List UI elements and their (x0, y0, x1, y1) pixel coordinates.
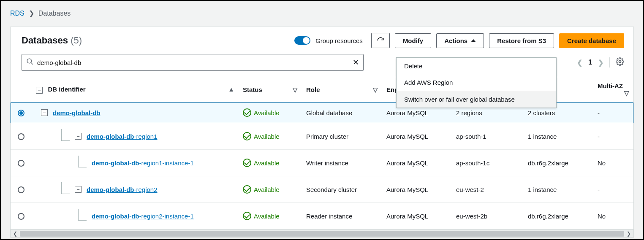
select-radio[interactable] (18, 133, 24, 140)
cell-engine: Aurora MySQL (382, 203, 452, 229)
col-db-identifier[interactable]: − DB identifier ▲ (32, 77, 239, 102)
col-multiaz[interactable]: Multi-AZ ▽ (593, 77, 633, 102)
cell-multiaz: - (593, 102, 633, 123)
next-page-icon[interactable]: ❯ (598, 59, 603, 67)
check-circle-icon (243, 108, 251, 117)
actions-dropdown: Delete Add AWS Region Switch over or fai… (396, 57, 557, 108)
pager: ❮ 1 ❯ (577, 57, 624, 67)
cell-role: Secondary cluster (302, 176, 382, 203)
scroll-left-icon[interactable]: ❮ (13, 231, 17, 237)
cell-role: Global database (302, 102, 382, 123)
sort-icon: ▽ (624, 89, 629, 97)
tree-line-icon (61, 182, 70, 194)
db-identifier-link[interactable]: demo-global-db-region1-instance-1 (92, 159, 194, 167)
page-number: 1 (588, 59, 592, 66)
status-badge: Available (243, 212, 280, 220)
sort-asc-icon: ▲ (228, 86, 234, 93)
group-resources-toggle[interactable] (294, 36, 310, 45)
collapse-icon[interactable]: − (75, 133, 82, 140)
select-radio[interactable] (18, 110, 24, 116)
db-identifier-link[interactable]: demo-global-db-region2 (87, 186, 158, 193)
cell-multiaz: - (593, 176, 633, 203)
divider (609, 57, 610, 67)
breadcrumb: RDS ❯ Databases (10, 9, 634, 17)
settings-icon[interactable] (616, 57, 624, 67)
breadcrumb-root[interactable]: RDS (10, 10, 24, 17)
tree-line-icon (61, 129, 70, 141)
status-badge: Available (243, 108, 280, 117)
cell-size: db.r6g.2xlarge (524, 150, 593, 176)
actions-button[interactable]: Actions (436, 33, 484, 48)
svg-point-0 (27, 59, 32, 63)
cell-region: ap-south-1c (452, 150, 524, 176)
cell-region: ap-south-1 (452, 123, 524, 150)
select-radio[interactable] (18, 186, 24, 193)
status-badge: Available (243, 132, 280, 140)
modify-button[interactable]: Modify (395, 33, 431, 48)
table-row[interactable]: demo-global-db-region1-instance-1Availab… (11, 150, 633, 176)
search-input[interactable] (34, 59, 353, 66)
collapse-icon[interactable]: − (41, 109, 48, 116)
cell-engine: Aurora MySQL (382, 123, 452, 150)
sort-icon: ▽ (373, 86, 378, 94)
table-row[interactable]: −demo-global-db-region2AvailableSecondar… (11, 176, 633, 203)
restore-from-s3-button[interactable]: Restore from S3 (489, 33, 554, 48)
chevron-right-icon: ❯ (29, 9, 34, 17)
cell-size: 1 instance (524, 176, 593, 203)
cell-multiaz: No (593, 203, 633, 229)
actions-menu-delete[interactable]: Delete (397, 58, 556, 74)
page-title: Databases (5) (22, 35, 82, 46)
actions-menu-add-region[interactable]: Add AWS Region (397, 74, 556, 91)
prev-page-icon[interactable]: ❮ (577, 59, 582, 67)
cell-size: db.r6g.2xlarge (524, 203, 593, 229)
check-circle-icon (243, 132, 251, 140)
select-radio[interactable] (18, 213, 24, 220)
refresh-button[interactable] (371, 33, 390, 48)
col-role[interactable]: Role▽ (302, 77, 382, 102)
refresh-icon (377, 37, 384, 44)
cell-size: 1 instance (524, 123, 593, 150)
status-badge: Available (243, 159, 280, 167)
db-identifier-link[interactable]: demo-global-db-region2-instance-1 (92, 213, 194, 220)
clear-search-icon[interactable]: ✕ (353, 58, 359, 67)
actions-menu-switchover[interactable]: Switch over or fail over global database (397, 91, 556, 108)
cell-engine: Aurora MySQL (382, 176, 452, 203)
cell-multiaz: No (593, 150, 633, 176)
select-radio[interactable] (18, 160, 24, 167)
cell-engine: Aurora MySQL (382, 150, 452, 176)
cell-region: eu-west-2 (452, 176, 524, 203)
tree-line-icon (78, 209, 87, 221)
check-circle-icon (243, 212, 251, 220)
group-resources-label: Group resources (315, 37, 363, 44)
actions-label: Actions (444, 37, 467, 44)
table-row[interactable]: −demo-global-db-region1AvailablePrimary … (11, 123, 633, 150)
tree-line-icon (78, 156, 87, 167)
scroll-right-icon[interactable]: ❯ (627, 231, 631, 237)
db-identifier-link[interactable]: demo-global-db-region1 (87, 133, 158, 140)
status-badge: Available (243, 185, 280, 194)
table-row[interactable]: demo-global-db-region2-instance-1Availab… (11, 203, 633, 229)
title-text: Databases (22, 35, 68, 46)
cell-role: Reader instance (302, 203, 382, 229)
db-identifier-link[interactable]: demo-global-db (53, 109, 101, 116)
search-box: ✕ (22, 54, 364, 71)
panel-header: Databases (5) Group resources Modify Act… (11, 27, 633, 54)
scroll-thumb[interactable] (20, 231, 624, 237)
col-status[interactable]: Status▽ (239, 77, 302, 102)
sort-icon: ▽ (293, 86, 298, 94)
collapse-icon[interactable]: − (75, 186, 82, 193)
svg-line-1 (31, 62, 33, 65)
title-count: (5) (71, 35, 82, 46)
create-database-button[interactable]: Create database (559, 33, 624, 48)
check-circle-icon (243, 185, 251, 194)
search-icon (26, 58, 34, 67)
collapse-all-icon[interactable]: − (36, 87, 43, 94)
caret-up-icon (471, 39, 476, 42)
cell-region: eu-west-2b (452, 203, 524, 229)
check-circle-icon (243, 159, 251, 167)
svg-point-2 (619, 61, 621, 63)
cell-role: Writer instance (302, 150, 382, 176)
horizontal-scrollbar[interactable]: ❮ ❯ (11, 229, 633, 237)
cell-multiaz: - (593, 123, 633, 150)
cell-role: Primary cluster (302, 123, 382, 150)
